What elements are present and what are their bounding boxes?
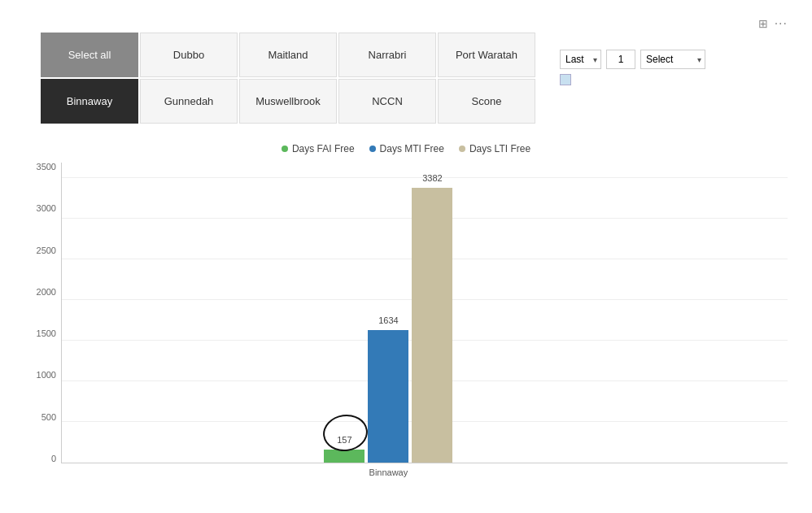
more-options-icon[interactable]: ··· [775, 16, 788, 31]
date-last-select[interactable]: Last Next This [560, 50, 601, 69]
y-axis-label: 500 [41, 413, 56, 422]
filter-btn-maitland[interactable]: Maitland [239, 33, 337, 77]
filter-grid: Select allDubboMaitlandNarrabriPort Wara… [41, 33, 535, 124]
bar-days-fai-free: 157 [324, 450, 365, 463]
filter-btn-narrabri[interactable]: Narrabri [338, 33, 436, 77]
legend-dot [459, 146, 465, 152]
y-axis-label: 3000 [37, 204, 56, 213]
bar-rect [368, 330, 408, 463]
filter-btn-nccn[interactable]: NCCN [338, 79, 436, 124]
y-axis: 3500300025002000150010005000 [24, 163, 61, 463]
bar-value: 1634 [378, 315, 398, 325]
top-toolbar: ⊞ ··· [758, 16, 788, 31]
legend-item-days-fai-free: Days FAI Free [282, 143, 355, 154]
y-axis-label: 2000 [37, 288, 56, 297]
filter-btn-dubbo[interactable]: Dubbo [140, 33, 238, 77]
filter-btn-scone[interactable]: Scone [438, 79, 535, 124]
bar-value: 3382 [422, 173, 442, 183]
filter-btn-muswellbrook[interactable]: Muswellbrook [239, 79, 337, 124]
chart-legend: Days FAI Free Days MTI Free Days LTI Fre… [24, 143, 788, 154]
date-period-select[interactable]: Select Day Week Month Year [640, 50, 705, 69]
filter-icon [560, 74, 571, 85]
y-axis-label: 1500 [37, 329, 56, 338]
filter-btn-binnaway[interactable]: Binnaway [41, 79, 138, 124]
bar-rect [324, 450, 365, 463]
x-axis-label-binnaway: Binnaway [369, 467, 408, 477]
y-axis-label: 2500 [37, 246, 56, 255]
bar-days-lti-free: 3382 [412, 188, 452, 463]
filter-btn-port-waratah[interactable]: Port Waratah [438, 33, 535, 77]
legend-dot [369, 146, 376, 152]
y-axis-label: 0 [51, 454, 56, 463]
date-panel: Last Next This Select Day Week Month Yea… [560, 45, 788, 85]
y-axis-label: 3500 [37, 163, 56, 172]
chart-container: Days FAI Free Days MTI Free Days LTI Fre… [24, 138, 788, 497]
filter-btn-gunnedah[interactable]: Gunnedah [140, 79, 238, 124]
filter-btn-select-all[interactable]: Select all [41, 33, 138, 77]
legend-item-days-lti-free: Days LTI Free [459, 143, 530, 154]
y-axis-label: 1000 [37, 371, 56, 380]
bar-rect [412, 188, 452, 463]
legend-item-days-mti-free: Days MTI Free [369, 143, 444, 154]
bar-days-mti-free: 1634 [368, 330, 408, 463]
chart-plot: 15716343382Binnaway [61, 163, 788, 463]
expand-icon[interactable]: ⊞ [758, 17, 768, 30]
legend-dot [282, 146, 288, 152]
chart-area: 3500300025002000150010005000 15716343382… [24, 163, 788, 463]
date-number-input[interactable] [606, 50, 635, 69]
